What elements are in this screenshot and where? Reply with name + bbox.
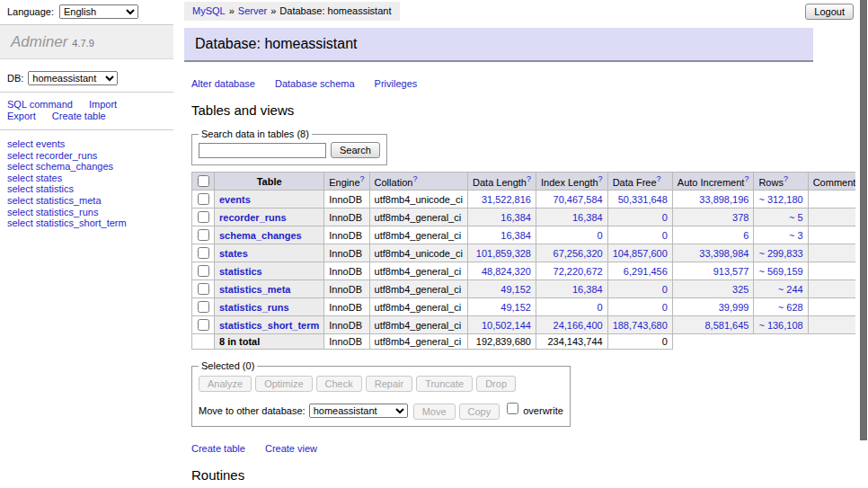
cell-auto_increment: 8,581,645: [672, 316, 754, 334]
cell-engine: InnoDB: [324, 316, 369, 334]
sidebar-export-link[interactable]: Export: [7, 111, 36, 122]
table-name-link[interactable]: statistics_short_term: [219, 320, 319, 331]
total-checkbox-cell: [192, 334, 215, 350]
help-link[interactable]: ?: [360, 174, 365, 183]
table-name-link[interactable]: schema_changes: [219, 230, 302, 241]
cell-collation: utf8mb4_unicode_ci: [369, 244, 467, 262]
total-data_free: 0: [607, 334, 672, 350]
row-checkbox-cell: [192, 280, 215, 298]
table-name-link[interactable]: states: [219, 248, 248, 259]
column-header-rows: Rows?: [754, 173, 808, 191]
sidebar-select-statistics-link[interactable]: select statistics: [7, 183, 166, 195]
tables-heading: Tables and views: [191, 102, 813, 118]
repair-button[interactable]: Repair: [366, 376, 412, 392]
check-button[interactable]: Check: [316, 376, 362, 392]
sidebar-select-schema-changes-link[interactable]: select schema_changes: [7, 161, 166, 173]
help-link[interactable]: ?: [527, 174, 531, 183]
sidebar-select-events-link[interactable]: select events: [7, 138, 166, 150]
cell-data_free: 0: [607, 226, 672, 244]
row-checkbox[interactable]: [198, 229, 209, 241]
truncate-button[interactable]: Truncate: [416, 376, 473, 392]
language-select[interactable]: English: [59, 4, 138, 19]
cell-rows: ~ 569,159: [754, 262, 808, 280]
table-name-link[interactable]: events: [219, 194, 251, 205]
move-buttons: MoveCopy: [413, 405, 504, 416]
create-view-link[interactable]: Create view: [265, 443, 317, 454]
create-table-link[interactable]: Create table: [191, 443, 245, 454]
row-checkbox[interactable]: [198, 211, 209, 223]
row-checkbox-cell: [192, 209, 215, 226]
column-header-engine: Engine?: [324, 173, 369, 191]
table-name-link[interactable]: statistics_runs: [219, 302, 289, 313]
table-name-link[interactable]: recorder_runs: [219, 212, 287, 223]
row-checkbox[interactable]: [198, 247, 209, 259]
cell-data_free: 0: [607, 280, 672, 298]
database-schema-link[interactable]: Database schema: [275, 78, 355, 89]
search-input[interactable]: [199, 143, 326, 158]
select-all-checkbox[interactable]: [198, 175, 209, 187]
table-name-link[interactable]: statistics_meta: [219, 284, 291, 295]
search-button[interactable]: Search: [331, 142, 380, 158]
sidebar-select-statistics-short-term-link[interactable]: select statistics_short_term: [7, 217, 166, 229]
cell-index_length: 70,467,584: [536, 191, 607, 209]
optimize-button[interactable]: Optimize: [255, 376, 312, 392]
total-index_length: 234,143,744: [536, 334, 607, 350]
row-checkbox[interactable]: [198, 265, 209, 277]
create-links: Create tableCreate view: [191, 443, 813, 454]
table-row: eventsInnoDButf8mb4_unicode_ci31,522,816…: [192, 191, 865, 209]
row-checkbox-cell: [192, 244, 215, 262]
row-checkbox[interactable]: [198, 319, 209, 331]
column-header-data_length: Data Length?: [468, 173, 536, 191]
help-link[interactable]: ?: [412, 174, 417, 183]
move-label: Move to other database:: [199, 405, 306, 416]
breadcrumb-mysql-link[interactable]: MySQL: [192, 5, 226, 16]
cell-engine: InnoDB: [324, 226, 369, 244]
sidebar-create-table-link[interactable]: Create table: [52, 111, 106, 122]
cell-auto_increment: 33,398,984: [672, 244, 754, 262]
app-version[interactable]: 4.7.9: [72, 38, 93, 49]
row-checkbox-cell: [192, 191, 215, 209]
help-link[interactable]: ?: [784, 174, 788, 183]
scrollbar-thumb[interactable]: [860, 0, 867, 440]
row-checkbox[interactable]: [198, 283, 209, 295]
total-engine: InnoDB: [324, 334, 369, 350]
overwrite-checkbox[interactable]: [507, 403, 518, 414]
selected-buttons: AnalyzeOptimizeCheckRepairTruncateDrop: [199, 376, 563, 392]
help-link[interactable]: ?: [598, 174, 603, 183]
cell-engine: InnoDB: [324, 244, 369, 262]
sidebar-select-statistics-runs-link[interactable]: select statistics_runs: [7, 207, 166, 218]
cell-index_length: 24,166,400: [536, 316, 607, 334]
cell-collation: utf8mb4_general_ci: [369, 280, 467, 298]
move-button[interactable]: Move: [413, 404, 456, 420]
cell-index_length: 72,220,672: [536, 262, 607, 280]
cell-rows: ~ 628: [754, 298, 808, 316]
alter-database-link[interactable]: Alter database: [191, 78, 255, 89]
cell-data_free: 188,743,680: [607, 316, 672, 334]
cell-collation: utf8mb4_general_ci: [369, 209, 467, 226]
table-name-link[interactable]: statistics: [219, 266, 262, 277]
sidebar-select-statistics-meta-link[interactable]: select statistics_meta: [7, 195, 166, 207]
row-checkbox[interactable]: [198, 301, 209, 313]
db-select[interactable]: homeassistant: [28, 71, 118, 85]
move-db-select[interactable]: homeassistant: [309, 404, 408, 418]
logout-button[interactable]: Logout: [805, 4, 854, 20]
sidebar-sql-command-link[interactable]: SQL command: [7, 99, 73, 111]
sidebar-select-recorder-runs-link[interactable]: select recorder_runs: [7, 150, 166, 162]
cell-auto_increment: 6: [672, 226, 754, 244]
row-checkbox[interactable]: [198, 193, 209, 205]
copy-button[interactable]: Copy: [459, 404, 500, 420]
help-link[interactable]: ?: [657, 174, 661, 183]
help-link[interactable]: ?: [744, 174, 748, 183]
cell-data_length: 49,152: [468, 280, 536, 298]
drop-button[interactable]: Drop: [476, 376, 516, 392]
sidebar-table-links: select eventsselect recorder_runsselect …: [0, 130, 173, 237]
analyze-button[interactable]: Analyze: [199, 376, 252, 392]
sidebar-select-states-link[interactable]: select states: [7, 173, 166, 184]
breadcrumb-server-link[interactable]: Server: [238, 5, 267, 16]
privileges-link[interactable]: Privileges: [375, 78, 418, 89]
total-blank-cell: [672, 334, 865, 350]
sidebar-import-link[interactable]: Import: [89, 99, 117, 111]
column-header-collation: Collation?: [369, 173, 467, 191]
scrollbar-track[interactable]: [855, 0, 868, 488]
total-data_length: 192,839,680: [468, 334, 536, 350]
